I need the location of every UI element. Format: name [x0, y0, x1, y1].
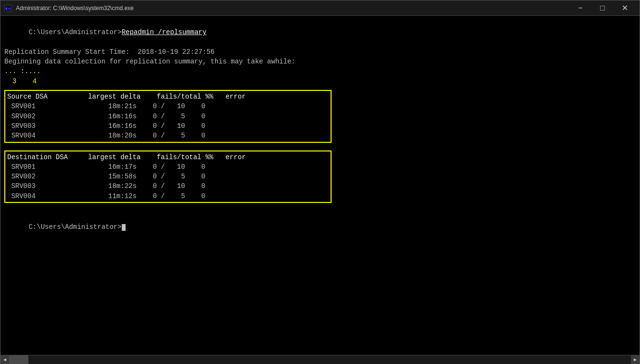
dest-row-3: SRV004 11m:12s 0 / 5 0 — [7, 191, 329, 201]
source-row-2: SRV003 16m:16s 0 / 10 0 — [7, 121, 329, 131]
dest-row-0: SRV001 16m:17s 0 / 10 0 — [7, 162, 329, 172]
maximize-button[interactable]: □ — [591, 0, 614, 16]
source-dsa-header: Source DSA largest delta fails/total %% … — [7, 92, 329, 101]
title-bar: C:\ Administrator: C:\Windows\system32\c… — [0, 0, 640, 16]
horizontal-scrollbar[interactable]: ◀ ▶ — [0, 355, 640, 364]
scroll-left-button[interactable]: ◀ — [0, 355, 9, 364]
dest-row-1: SRV002 15m:58s 0 / 5 0 — [7, 172, 329, 181]
cmd-icon: C:\ — [4, 4, 12, 12]
cmd-window: C:\ Administrator: C:\Windows\system32\c… — [0, 0, 640, 364]
source-row-0: SRV001 18m:21s 0 / 10 0 — [7, 101, 329, 111]
scrollbar-thumb[interactable] — [9, 355, 28, 364]
destination-dsa-header: Destination DSA largest delta fails/tota… — [7, 152, 329, 162]
status-line: Replication Summary Start Time: 2018-10-… — [4, 47, 636, 57]
source-row-3: SRV004 18m:20s 0 / 5 0 — [7, 131, 329, 140]
command-1: Repadmin /replsummary — [122, 28, 206, 36]
source-dsa-table: Source DSA largest delta fails/total %% … — [4, 90, 332, 142]
dest-row-2: SRV003 18m:22s 0 / 10 0 — [7, 181, 329, 191]
prompt-line-2: C:\Users\Administrator> — [4, 213, 636, 242]
minimize-button[interactable]: − — [569, 0, 591, 16]
window-controls: − □ ✕ — [569, 0, 636, 16]
progress-dots: ... :.... — [4, 66, 636, 76]
prompt-1: C:\Users\Administrator> — [28, 28, 121, 36]
prompt-2: C:\Users\Administrator> — [28, 223, 121, 231]
prompt-line-1: C:\Users\Administrator>Repadmin /replsum… — [4, 18, 636, 47]
close-button[interactable]: ✕ — [614, 0, 636, 16]
window-title: Administrator: C:\Windows\system32\cmd.e… — [16, 5, 569, 12]
destination-dsa-table: Destination DSA largest delta fails/tota… — [4, 151, 332, 203]
source-row-1: SRV002 16m:16s 0 / 5 0 — [7, 112, 329, 121]
cursor — [122, 224, 126, 231]
progress-numbers: 3 4 — [4, 76, 636, 86]
scrollbar-track[interactable] — [9, 355, 631, 364]
terminal-output[interactable]: C:\Users\Administrator>Repadmin /replsum… — [0, 16, 640, 355]
collection-line: Beginning data collection for replicatio… — [4, 57, 636, 66]
svg-text:C:\: C:\ — [6, 7, 11, 10]
scroll-right-button[interactable]: ▶ — [631, 355, 640, 364]
